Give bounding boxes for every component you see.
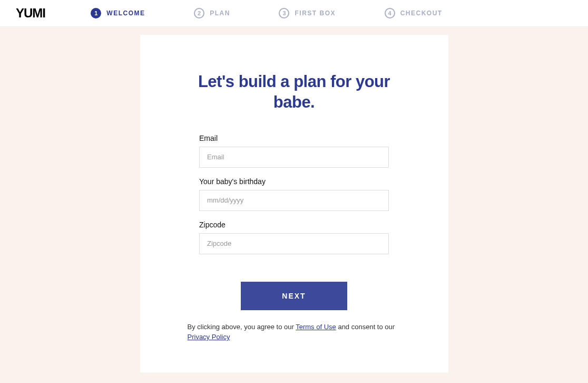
step-number-icon: 3 [279, 8, 289, 18]
step-number-icon: 1 [91, 8, 101, 18]
terms-link[interactable]: Terms of Use [296, 323, 336, 331]
step-checkout[interactable]: 4 CHECKOUT [385, 8, 443, 18]
email-field-group: Email [199, 134, 389, 168]
zipcode-label: Zipcode [199, 221, 389, 229]
birthday-input[interactable] [199, 190, 389, 211]
step-label: FIRST BOX [295, 9, 336, 17]
privacy-link[interactable]: Privacy Policy [188, 333, 230, 341]
page-title: Let's build a plan for your babe. [188, 72, 401, 113]
onboarding-card: Let's build a plan for your babe. Email … [140, 35, 448, 372]
step-label: CHECKOUT [400, 9, 443, 17]
next-button[interactable]: NEXT [241, 282, 347, 310]
legal-prefix: By clicking above, you agree to our [188, 323, 296, 331]
logo: YUMI [16, 6, 45, 21]
step-first-box[interactable]: 3 FIRST BOX [279, 8, 336, 18]
step-plan[interactable]: 2 PLAN [194, 8, 230, 18]
step-label: PLAN [210, 9, 230, 17]
email-label: Email [199, 134, 389, 142]
progress-steps: 1 WELCOME 2 PLAN 3 FIRST BOX 4 CHECKOUT [66, 8, 467, 18]
onboarding-form: Email Your baby's birthday Zipcode [199, 134, 389, 254]
step-number-icon: 4 [385, 8, 395, 18]
step-label: WELCOME [106, 9, 145, 17]
header: YUMI 1 WELCOME 2 PLAN 3 FIRST BOX 4 CHEC… [0, 0, 588, 27]
content-area: Let's build a plan for your babe. Email … [0, 27, 588, 372]
legal-mid: and consent to our [336, 323, 395, 331]
zipcode-input[interactable] [199, 233, 389, 254]
step-number-icon: 2 [194, 8, 204, 18]
birthday-field-group: Your baby's birthday [199, 177, 389, 211]
next-button-wrap: NEXT [188, 282, 401, 310]
step-welcome[interactable]: 1 WELCOME [91, 8, 145, 18]
email-input[interactable] [199, 147, 389, 168]
legal-text: By clicking above, you agree to our Term… [188, 322, 401, 342]
zipcode-field-group: Zipcode [199, 221, 389, 254]
birthday-label: Your baby's birthday [199, 177, 389, 186]
